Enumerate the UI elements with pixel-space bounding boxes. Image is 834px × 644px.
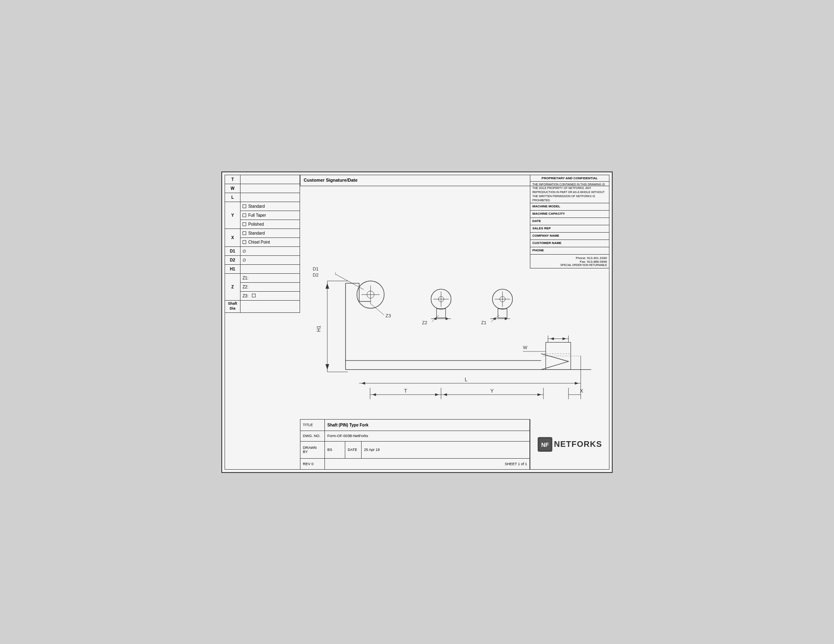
table-row-d1: D1 ∅	[225, 246, 300, 255]
w-value	[240, 184, 300, 193]
svg-text:X: X	[580, 388, 583, 394]
svg-text:Z3: Z3	[386, 313, 391, 318]
polished-label-y: Polished	[248, 222, 264, 227]
netforks-logo-section: NF NETFORKS	[530, 419, 609, 470]
bottom-info-table: TITLE Shaft (PIN) Type Fork DWG. NO. For…	[300, 419, 530, 470]
nf-svg-icon: NF	[539, 439, 551, 450]
date-label: DATE	[345, 441, 362, 458]
table-row-d2: D2 ∅	[225, 255, 300, 264]
svg-line-16	[335, 274, 364, 290]
svg-line-30	[371, 303, 384, 315]
title-value: Shaft (PIN) Type Fork	[325, 419, 530, 431]
svg-marker-57	[435, 393, 439, 396]
h1-label: H1	[225, 264, 240, 273]
svg-text:NF: NF	[541, 442, 549, 448]
sheet-label: SHEET 1 of 1	[325, 459, 530, 470]
h1-value	[240, 264, 300, 273]
svg-marker-56	[372, 393, 376, 396]
z-label: Z	[225, 273, 240, 300]
svg-text:Y: Y	[490, 388, 494, 394]
proprietary-header: PROPRIETARY AND CONFIDENTIAL	[530, 175, 609, 182]
netforks-name: NETFORKS	[554, 440, 602, 449]
shaft-label: ShaftDia	[225, 300, 240, 312]
bottom-row-title: TITLE Shaft (PIN) Type Fork	[300, 419, 530, 431]
bottom-row-drawnby: DRAWN BY BS DATE 25 Apr 19	[300, 441, 530, 458]
svg-marker-52	[362, 382, 365, 385]
d2-value: ∅	[240, 255, 300, 264]
dwg-no-label: DWG. NO.	[300, 431, 325, 441]
t-value	[240, 175, 300, 184]
svg-text:Z2: Z2	[422, 320, 427, 325]
svg-rect-24	[437, 308, 446, 317]
d1-value: ∅	[240, 246, 300, 255]
svg-marker-62	[443, 393, 447, 396]
w-label: W	[225, 184, 240, 193]
nf-icon: NF	[538, 437, 552, 452]
svg-text:Z1: Z1	[481, 320, 486, 325]
table-row-y: Y Standard	[225, 202, 300, 211]
x-standard: Standard	[240, 229, 300, 237]
bottom-table-container: NF NETFORKS TITLE Shaft (PIN) Type Fork …	[300, 419, 609, 470]
d1-label: D1	[225, 246, 240, 255]
drawn-by-label: DRAWN BY	[300, 441, 325, 458]
svg-text:H1: H1	[316, 325, 322, 332]
svg-text:D2: D2	[313, 272, 318, 277]
d2-label: D2	[225, 255, 240, 264]
y-polished: Polished	[240, 220, 300, 229]
chisel-checkbox-x[interactable]	[243, 240, 246, 244]
svg-text:T: T	[404, 388, 407, 394]
date-value: 25 Apr 19	[362, 441, 530, 458]
z1-value: Z1:	[240, 273, 300, 282]
y-fulltaper: Full Taper	[240, 211, 300, 220]
technical-drawing: H1 D1 D2 Z3 Z2	[300, 186, 609, 417]
table-row-w: W	[225, 184, 300, 193]
title-label: TITLE	[300, 419, 325, 431]
standard-checkbox-y[interactable]	[243, 204, 246, 208]
table-row-shaft: ShaftDia	[225, 300, 300, 312]
fulltaper-label-y: Full Taper	[248, 213, 266, 218]
left-table: T W L Y Standard Full Taper	[225, 175, 300, 313]
l-value	[240, 193, 300, 202]
rev-label: REV 0	[300, 459, 325, 470]
svg-marker-35	[433, 317, 437, 320]
table-row-t: T	[225, 175, 300, 184]
svg-text:L: L	[465, 377, 468, 382]
svg-marker-49	[550, 337, 554, 340]
z3-checkbox[interactable]	[252, 294, 256, 297]
svg-marker-9	[326, 283, 329, 288]
table-row-z1: Z Z1:	[225, 273, 300, 282]
dwg-no-value: Form-OF-003B-NetForks	[325, 431, 530, 441]
chisel-label-x: Chisel Point	[248, 240, 270, 245]
svg-marker-10	[326, 364, 329, 369]
svg-marker-53	[575, 382, 578, 385]
standard-label-x: Standard	[248, 231, 265, 236]
shaft-value	[240, 300, 300, 312]
table-row-l: L	[225, 193, 300, 202]
x-chisel: Chisel Point	[240, 237, 300, 246]
polished-checkbox-y[interactable]	[243, 222, 246, 226]
bottom-row-rev: REV 0 SHEET 1 of 1	[300, 459, 530, 470]
svg-marker-36	[446, 317, 449, 320]
svg-rect-29	[498, 308, 507, 317]
customer-signature-label: Customer Signature/Date	[304, 178, 357, 182]
table-row-h1: H1	[225, 264, 300, 273]
svg-text:D1: D1	[313, 266, 318, 271]
page: T W L Y Standard Full Taper	[221, 171, 613, 473]
l-label: L	[225, 193, 240, 202]
t-label: T	[225, 175, 240, 184]
table-row-x-standard: X Standard	[225, 229, 300, 237]
z3-value: Z3:	[240, 291, 300, 300]
x-label: X	[225, 229, 240, 246]
drawn-by-value: BS	[325, 441, 345, 458]
y-standard: Standard	[240, 202, 300, 211]
standard-checkbox-x[interactable]	[243, 231, 246, 235]
bottom-row-dwgno: DWG. NO. Form-OF-003B-NetForks	[300, 431, 530, 441]
netforks-logo: NF NETFORKS	[538, 437, 602, 452]
svg-marker-40	[492, 317, 496, 320]
svg-marker-50	[563, 337, 566, 340]
y-label: Y	[225, 202, 240, 229]
svg-marker-63	[538, 393, 541, 396]
svg-text:W: W	[523, 345, 527, 350]
z2-value: Z2:	[240, 282, 300, 291]
fulltaper-checkbox-y[interactable]	[243, 213, 246, 217]
